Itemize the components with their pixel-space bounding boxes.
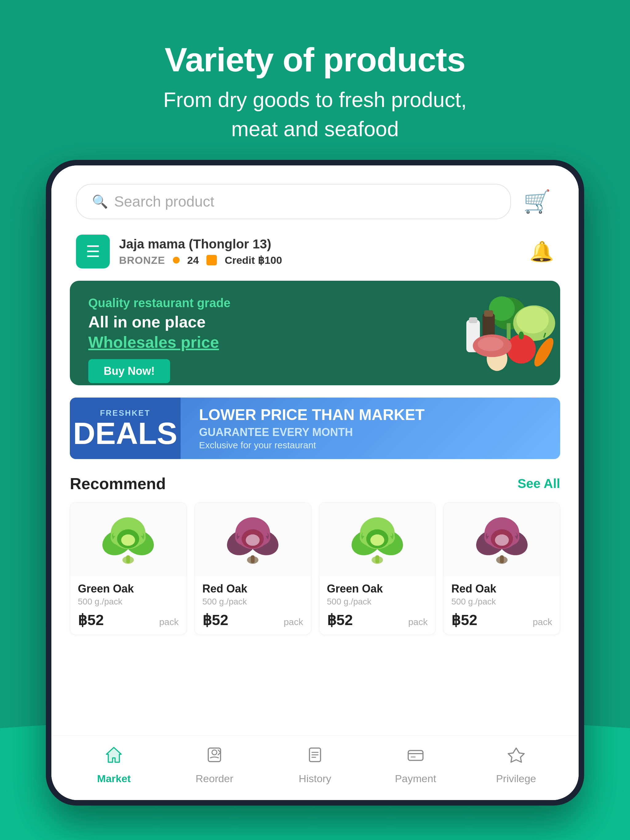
product-price-row: ฿52 pack [327,611,428,628]
lettuce-svg [100,511,157,568]
banner-quality-label: Quality restaurant grade [88,296,425,310]
header-section: Variety of products From dry goods to fr… [0,0,630,168]
product-image [443,502,560,576]
page-subtitle: From dry goods to fresh product, meat an… [0,85,630,144]
nav-item-reorder[interactable]: Reorder [184,745,245,785]
app-content: 🔍 Search product 🛒 ☰ Jaja mama (Thonglor… [51,166,579,800]
tablet-inner: 🔍 Search product 🛒 ☰ Jaja mama (Thonglor… [51,166,579,800]
deals-right: LOWER PRICE THAN MARKET GUARANTEE EVERY … [180,398,560,459]
payment-nav-label: Payment [395,773,436,785]
product-unit: 500 g./pack [451,597,552,606]
nav-item-market[interactable]: Market [83,745,144,785]
product-image [319,502,435,576]
buy-now-button[interactable]: Buy Now! [88,359,170,383]
product-unit: 500 g./pack [78,597,179,606]
lettuce-svg [349,511,406,568]
product-price: ฿52 [78,611,104,628]
orange-dot [173,257,180,264]
menu-button[interactable]: ☰ [76,235,110,268]
reorder-nav-icon [204,745,224,769]
notification-button[interactable]: 🔔 [529,240,554,263]
product-per-unit: pack [408,617,427,627]
svg-point-33 [246,534,260,546]
svg-rect-58 [408,750,423,760]
product-image [70,502,187,576]
product-name: Green Oak [78,583,179,595]
svg-rect-11 [484,310,493,317]
nav-item-payment[interactable]: Payment [385,745,446,785]
page-title: Variety of products [0,40,630,79]
svg-point-53 [212,750,217,755]
svg-rect-44 [500,555,503,563]
recommend-section: Recommend See All [51,474,579,736]
svg-point-24 [121,534,135,546]
svg-point-6 [519,332,524,339]
svg-rect-35 [375,555,379,563]
deals-banner: FRESHKET DEALS LOWER PRICE THAN MARKET G… [70,398,560,459]
food-illustration-svg [443,281,560,385]
product-info: Green Oak 500 g./pack ฿52 pack [319,576,435,635]
lettuce-svg [473,511,530,568]
top-bar: 🔍 Search product 🛒 [51,166,579,229]
svg-point-42 [370,534,384,546]
product-card[interactable]: Red Oak 500 g./pack ฿52 pack [443,502,560,635]
history-nav-label: History [299,773,331,785]
cart-button[interactable]: 🛒 [520,185,554,219]
product-per-unit: pack [533,617,552,627]
svg-rect-2 [507,323,511,339]
svg-rect-60 [411,756,416,758]
store-meta: BRONZE 24 Credit ฿100 [119,254,282,266]
svg-point-4 [516,306,549,333]
market-nav-label: Market [97,773,131,785]
deals-subline: GUARANTEE EVERY MONTH [199,426,542,439]
store-name: Jaja mama (Thonglor 13) [119,237,282,251]
banner-text: Quality restaurant grade All in one plac… [70,281,443,385]
privilege-nav-icon [507,745,526,769]
store-info: Jaja mama (Thonglor 13) BRONZE 24 Credit… [119,237,282,266]
credit-icon [206,255,217,265]
product-price: ฿52 [327,611,353,628]
product-card[interactable]: Green Oak 500 g./pack ฿52 pack [70,502,187,635]
nav-item-history[interactable]: History [284,745,346,785]
product-info: Red Oak 500 g./pack ฿52 pack [195,576,311,635]
product-card[interactable]: Red Oak 500 g./pack ฿52 pack [195,502,311,635]
product-image [195,502,311,576]
history-nav-icon [305,745,325,769]
product-name: Red Oak [451,583,552,595]
hero-banner: Quality restaurant grade All in one plac… [70,281,560,385]
banner-main-line2: Wholesales price [88,333,425,351]
product-price-row: ฿52 pack [78,611,179,628]
product-name: Green Oak [327,583,428,595]
store-bar: ☰ Jaja mama (Thonglor 13) BRONZE 24 Cred… [51,229,579,281]
points-value: 24 [187,254,199,266]
search-bar[interactable]: 🔍 Search product [76,184,511,219]
see-all-button[interactable]: See All [518,476,560,491]
banner-main-line1: All in one place [88,313,425,332]
svg-point-51 [495,534,509,546]
product-card[interactable]: Green Oak 500 g./pack ฿52 pack [319,502,436,635]
svg-point-15 [478,337,503,351]
product-unit: 500 g./pack [203,597,303,606]
credit-text: Credit ฿100 [225,254,282,266]
product-name: Red Oak [203,583,303,595]
search-placeholder: Search product [114,193,214,210]
tablet-frame: 🔍 Search product 🛒 ☰ Jaja mama (Thonglor… [46,160,584,805]
market-nav-icon [104,745,123,769]
section-title: Recommend [70,474,166,493]
deals-headline: LOWER PRICE THAN MARKET [199,406,542,423]
product-price-row: ฿52 pack [203,611,303,628]
nav-item-privilege[interactable]: Privilege [486,745,547,785]
section-header: Recommend See All [70,474,560,493]
payment-nav-icon [406,745,426,769]
tier-badge: BRONZE [119,254,165,266]
product-unit: 500 g./pack [327,597,428,606]
product-per-unit: pack [283,617,303,627]
deals-big-text: DEALS [73,418,177,448]
deals-extra: Exclusive for your restaurant [199,440,542,450]
svg-rect-13 [469,317,477,323]
hamburger-icon: ☰ [86,242,100,261]
privilege-nav-label: Privilege [496,773,536,785]
product-info: Green Oak 500 g./pack ฿52 pack [70,576,187,635]
store-left: ☰ Jaja mama (Thonglor 13) BRONZE 24 Cred… [76,235,282,268]
search-icon: 🔍 [92,194,108,209]
